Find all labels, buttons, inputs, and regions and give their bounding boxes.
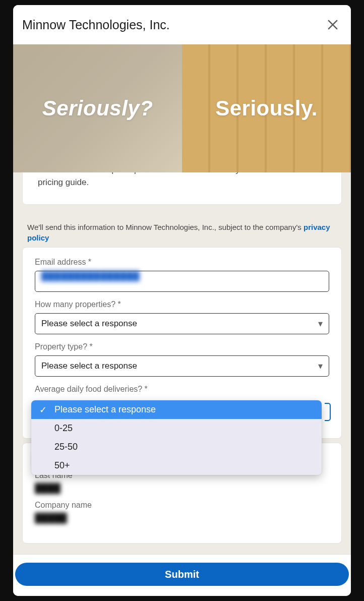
deliveries-option-0-25[interactable]: 0-25 xyxy=(31,419,322,438)
deliveries-dropdown: Please select a response 0-25 25-50 50+ xyxy=(31,400,322,475)
banner-left: Seriously? xyxy=(13,44,182,172)
chevron-down-icon: ▾ xyxy=(318,318,323,329)
close-button[interactable] xyxy=(324,16,342,34)
property-type-placeholder: Please select a response xyxy=(41,361,137,371)
submit-bar: Submit xyxy=(13,554,351,596)
intro-card: Get customized pricing options for any s… xyxy=(22,172,342,205)
deliveries-option-50plus[interactable]: 50+ xyxy=(31,456,322,475)
property-type-group: Property type? * Please select a respons… xyxy=(35,342,329,377)
submit-button[interactable]: Submit xyxy=(15,563,349,586)
banner-right: Seriously. xyxy=(182,44,351,172)
property-type-label: Property type? * xyxy=(35,342,329,351)
banner: Seriously? Seriously. xyxy=(13,44,351,172)
banner-left-text: Seriously? xyxy=(42,96,153,121)
properties-select[interactable]: Please select a response ▾ xyxy=(35,313,329,334)
email-group: Email address * ███████████████ xyxy=(35,258,329,292)
email-label: Email address * xyxy=(35,258,329,267)
banner-right-text: Seriously. xyxy=(215,96,318,121)
modal: Minnow Technologies, Inc. Seriously? Ser… xyxy=(13,5,351,596)
deliveries-option-25-50[interactable]: 25-50 xyxy=(31,438,322,456)
email-input[interactable]: ███████████████ xyxy=(35,271,329,292)
deliveries-option-placeholder[interactable]: Please select a response xyxy=(31,400,322,419)
disclaimer-text: We'll send this information to Minnow Te… xyxy=(27,223,304,231)
property-type-select[interactable]: Please select a response ▾ xyxy=(35,355,329,377)
deliveries-select-edge xyxy=(325,403,331,421)
last-name-value: ████ xyxy=(35,483,60,493)
modal-title: Minnow Technologies, Inc. xyxy=(22,18,170,32)
modal-header: Minnow Technologies, Inc. xyxy=(13,5,351,44)
close-icon xyxy=(326,18,340,32)
disclaimer: We'll send this information to Minnow Te… xyxy=(27,222,337,243)
email-value: ███████████████ xyxy=(41,271,140,281)
chevron-down-icon: ▾ xyxy=(318,360,323,372)
properties-group: How many properties? * Please select a r… xyxy=(35,300,329,334)
modal-content: Get customized pricing options for any s… xyxy=(13,172,351,554)
properties-label: How many properties? * xyxy=(35,300,329,309)
deliveries-group: Average daily food deliveries? * xyxy=(35,385,329,394)
intro-subtitle: Just answer a few quick questions and we… xyxy=(38,172,326,189)
properties-placeholder: Please select a response xyxy=(41,319,137,329)
company-value: █████ xyxy=(35,513,67,523)
company-label: Company name xyxy=(35,501,329,510)
company-group: Company name █████ xyxy=(35,501,329,523)
deliveries-label: Average daily food deliveries? * xyxy=(35,385,329,394)
